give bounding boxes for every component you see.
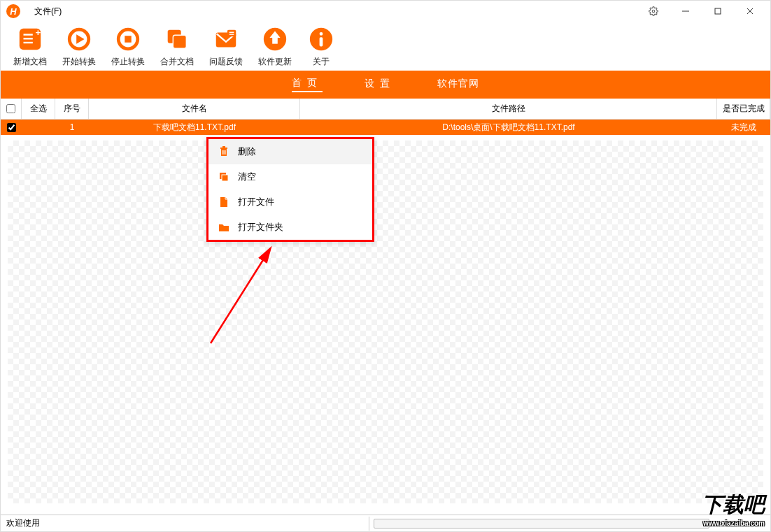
menu-file[interactable]: 文件(F): [34, 6, 62, 17]
status-text: 欢迎使用: [6, 517, 40, 529]
svg-rect-2: [715, 8, 721, 14]
app-logo: H: [6, 4, 20, 18]
svg-rect-8: [24, 41, 33, 43]
svg-rect-27: [320, 37, 323, 46]
ctx-clear-label: 清空: [238, 171, 256, 183]
svg-rect-6: [24, 34, 33, 35]
start-convert-label: 开始转换: [62, 56, 96, 68]
info-icon: [307, 25, 335, 53]
content-area: [8, 141, 763, 503]
settings-icon[interactable]: [639, 1, 668, 21]
annotation-arrow: [204, 238, 288, 350]
file-icon: [218, 196, 229, 208]
svg-rect-21: [229, 34, 234, 34]
titlebar: H 文件(F): [1, 1, 770, 22]
nav-bar: 首页 设置 软件官网: [1, 71, 770, 99]
row-path: D:\tools\桌面\下载吧文档11.TXT.pdf: [300, 120, 717, 135]
row-name: 下载吧文档11.TXT.pdf: [89, 120, 300, 135]
row-seq: 1: [55, 120, 89, 135]
table-row[interactable]: 1 下载吧文档11.TXT.pdf D:\tools\桌面\下载吧文档11.TX…: [1, 120, 770, 135]
update-button[interactable]: 软件更新: [258, 25, 292, 68]
maximize-button[interactable]: [703, 1, 733, 21]
ctx-delete[interactable]: 删除: [208, 139, 372, 164]
new-doc-icon: +: [16, 25, 44, 53]
th-select-all[interactable]: 全选: [22, 99, 55, 119]
stop-icon: [114, 25, 142, 53]
svg-rect-35: [222, 175, 228, 181]
nav-settings[interactable]: 设置: [365, 78, 395, 92]
row-checkbox[interactable]: [1, 120, 22, 135]
th-checkbox[interactable]: [1, 99, 22, 119]
about-label: 关于: [313, 56, 330, 68]
merge-icon: [163, 25, 191, 53]
svg-point-0: [652, 10, 655, 13]
th-seq: 序号: [55, 99, 89, 119]
ctx-delete-label: 删除: [238, 145, 256, 158]
stop-convert-button[interactable]: 停止转换: [111, 25, 145, 68]
ctx-open-folder-label: 打开文件夹: [238, 221, 283, 233]
svg-rect-30: [222, 146, 225, 148]
th-path: 文件路径: [300, 99, 717, 119]
feedback-button[interactable]: 问题反馈: [209, 25, 243, 68]
th-name: 文件名: [89, 99, 300, 119]
start-convert-button[interactable]: 开始转换: [62, 25, 96, 68]
statusbar: 欢迎使用: [1, 515, 770, 531]
trash-icon: [218, 146, 229, 157]
th-status: 是否已完成: [717, 99, 770, 119]
svg-point-26: [320, 32, 323, 36]
svg-rect-15: [125, 36, 132, 43]
ctx-open-folder[interactable]: 打开文件夹: [208, 215, 372, 240]
watermark: 下载吧 www.xiazaiba.com: [702, 491, 765, 527]
watermark-text: 下载吧: [702, 491, 765, 519]
toolbar: + 新增文档 开始转换 停止转换 合并文档 问题反馈 软件更新: [1, 22, 770, 71]
feedback-label: 问题反馈: [209, 56, 243, 68]
nav-official[interactable]: 软件官网: [437, 78, 479, 92]
merge-doc-button[interactable]: 合并文档: [160, 25, 194, 68]
svg-rect-20: [229, 31, 234, 32]
ctx-open-file-label: 打开文件: [238, 196, 274, 208]
svg-line-37: [211, 249, 270, 343]
svg-rect-7: [24, 38, 33, 39]
ctx-open-file[interactable]: 打开文件: [208, 189, 372, 215]
svg-rect-29: [220, 148, 227, 149]
progress-bar: [374, 519, 709, 529]
update-label: 软件更新: [258, 56, 292, 68]
about-button[interactable]: 关于: [307, 25, 335, 68]
svg-text:+: +: [36, 27, 41, 38]
svg-rect-19: [227, 29, 236, 36]
update-icon: [261, 25, 289, 53]
play-icon: [65, 25, 93, 53]
stop-convert-label: 停止转换: [111, 56, 145, 68]
svg-rect-17: [173, 35, 186, 48]
watermark-url: www.xiazaiba.com: [702, 519, 765, 527]
table-header: 全选 序号 文件名 文件路径 是否已完成: [1, 99, 770, 120]
ctx-clear[interactable]: 清空: [208, 164, 372, 189]
folder-icon: [218, 222, 229, 233]
merge-doc-label: 合并文档: [160, 56, 194, 68]
svg-rect-24: [272, 37, 278, 44]
new-doc-label: 新增文档: [13, 56, 47, 68]
minimize-button[interactable]: [671, 1, 700, 21]
context-menu: 删除 清空 打开文件 打开文件夹: [206, 137, 374, 242]
close-button[interactable]: [735, 1, 765, 21]
mail-icon: [212, 25, 240, 53]
nav-home[interactable]: 首页: [292, 77, 323, 92]
clear-icon: [218, 171, 229, 182]
new-doc-button[interactable]: + 新增文档: [13, 25, 47, 68]
row-status: 未完成: [717, 120, 770, 135]
